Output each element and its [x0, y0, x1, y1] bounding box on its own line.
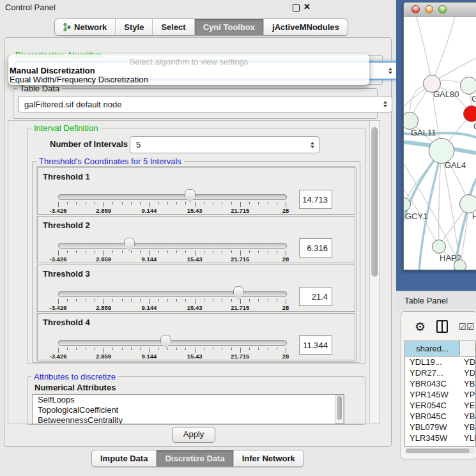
attributes-scrollbar[interactable] — [335, 395, 344, 424]
tick-mark — [158, 299, 159, 302]
table-row[interactable]: YER054CYER0 — [405, 400, 476, 411]
algorithm-dropdown-popup: Select algorithm to view settings Manual… — [8, 54, 369, 85]
zoom-traffic-light-icon[interactable] — [438, 5, 447, 13]
column-header-shared[interactable]: shared... — [405, 341, 460, 357]
slider-thumb[interactable] — [160, 335, 171, 348]
table-hscrollbar-thumb[interactable] — [406, 449, 470, 453]
tab-discretize-data[interactable]: Discretize Data — [156, 450, 233, 466]
table-data-selected-value: galFiltered.sif default node — [24, 100, 121, 109]
num-intervals-value: 5 — [136, 140, 141, 150]
attribute-item-selfloops[interactable]: SelfLoops — [33, 395, 344, 405]
slider-thumb[interactable] — [185, 189, 196, 203]
network-node-gal4[interactable] — [429, 138, 454, 164]
popup-option-manual-discretization[interactable]: Manual Discretization — [10, 66, 95, 75]
tick-mark — [176, 299, 177, 302]
tick-mark — [185, 202, 186, 204]
slider-track[interactable] — [58, 243, 287, 249]
threshold-value-field[interactable]: 11.344 — [299, 335, 332, 355]
tab-impute-data[interactable]: Impute Data — [92, 450, 156, 466]
tick-label: -3.426 — [40, 304, 76, 311]
cell-shared-name: YDR27... — [410, 367, 458, 378]
network-node[interactable] — [454, 259, 466, 270]
network-node-ga[interactable] — [460, 77, 476, 95]
table-row[interactable]: YBR045CYBR0 — [405, 411, 476, 422]
settings-scrollbar-thumb[interactable] — [371, 127, 378, 277]
apply-button[interactable]: Apply — [172, 427, 215, 443]
network-window-titlebar[interactable] — [404, 3, 476, 17]
minimize-traffic-light-icon[interactable] — [425, 5, 433, 13]
tick-mark — [258, 348, 259, 350]
tab-style[interactable]: Style — [115, 19, 152, 35]
tick-mark — [104, 250, 104, 256]
window-title: Control Panel — [5, 3, 56, 12]
bottom-tab-bar: Impute DataDiscretize DataInfer Network — [91, 450, 304, 467]
table-row[interactable]: YDR27...YDR2 — [405, 367, 476, 378]
network-canvas[interactable]: GAL80GACGAL11GAL4GCY1HHAP2 — [404, 17, 476, 270]
checkbox-icon[interactable]: ☑☑ — [459, 322, 475, 332]
columns-icon[interactable] — [436, 320, 448, 333]
threshold-value-field[interactable]: 14.713 — [299, 190, 332, 209]
numerical-attributes-label: Numerical Attributes — [35, 383, 116, 392]
close-icon[interactable]: ✕ — [303, 2, 311, 12]
attributes-scrollbar-thumb[interactable] — [337, 396, 342, 420]
table-row[interactable]: YDL19...YDL1 — [405, 357, 476, 367]
tick-label: 15.43 — [177, 304, 213, 311]
cell-name: YIL0 — [464, 443, 476, 447]
tick-mark — [131, 202, 132, 204]
network-node-hap2[interactable] — [432, 240, 446, 254]
tick-mark — [195, 348, 196, 353]
network-node-h[interactable] — [459, 194, 476, 213]
popup-placeholder-text: Select algorithm to view settings — [8, 57, 369, 66]
threshold-value-field[interactable]: 21.4 — [299, 287, 332, 306]
slider-track[interactable] — [58, 340, 287, 346]
table-data-combobox[interactable]: galFiltered.sif default node — [18, 96, 392, 112]
node-label-c: C — [473, 121, 476, 131]
popup-option-equal-width-frequency-discretization[interactable]: Equal Width/Frequency Discretization — [10, 75, 148, 84]
slider-thumb[interactable] — [124, 238, 135, 251]
tab-jactivemnodules[interactable]: jActiveMNodules — [263, 19, 348, 35]
tab-cyni-toolbox[interactable]: Cyni Toolbox — [194, 19, 263, 35]
tab-network[interactable]: Network — [55, 19, 115, 35]
tick-mark — [149, 250, 150, 256]
tab-label: Network — [74, 22, 107, 32]
tick-label: 28 — [268, 353, 303, 360]
tick-mark — [58, 348, 59, 353]
tick-mark — [104, 348, 104, 353]
cell-name: YPR1 — [464, 389, 476, 400]
tick-mark — [122, 348, 123, 350]
slider-track[interactable] — [58, 194, 287, 200]
settings-scrollbar[interactable] — [369, 121, 380, 422]
tick-mark — [277, 348, 277, 350]
cell-shared-name: YBR045C — [410, 411, 458, 422]
slider-track[interactable] — [58, 291, 287, 297]
float-window-icon[interactable] — [293, 4, 300, 12]
tick-mark — [185, 250, 186, 253]
tick-label: 21.715 — [222, 353, 258, 360]
tab-infer-network[interactable]: Infer Network — [233, 450, 303, 466]
table-row[interactable]: YBL079WYBL0 — [405, 422, 476, 433]
network-node-c[interactable] — [463, 105, 476, 122]
threshold-row-3: Threshold 3-3.4262.8599.14415.4321.71528… — [37, 265, 355, 312]
tick-label: 21.715 — [222, 207, 258, 214]
attribute-item-betweennesscentrality[interactable]: BetweennessCentrality — [33, 415, 344, 424]
tick-mark — [104, 202, 104, 207]
tick-mark — [185, 348, 186, 350]
num-intervals-label: Number of Intervals — [50, 139, 128, 149]
attribute-item-topologicalcoefficient[interactable]: TopologicalCoefficient — [33, 405, 344, 415]
tab-label: Discretize Data — [165, 454, 224, 463]
tick-mark — [76, 250, 77, 253]
table-row[interactable]: YLR345WYLR3 — [405, 433, 476, 443]
threshold-value-field[interactable]: 6.316 — [299, 238, 332, 257]
gear-icon[interactable]: ⚙ — [415, 321, 426, 333]
close-traffic-light-icon[interactable] — [411, 5, 420, 13]
table-row[interactable]: YPR145WYPR1 — [405, 389, 476, 400]
table-hscrollbar[interactable] — [405, 448, 475, 454]
slider-thumb[interactable] — [233, 286, 244, 300]
table-row[interactable]: YBR043CYBR0 — [405, 378, 476, 389]
num-intervals-combobox[interactable]: 5 — [130, 136, 319, 153]
column-header-name[interactable]: name — [461, 341, 476, 357]
table-row[interactable]: YIL052CYIL0 — [405, 443, 476, 447]
tick-mark — [176, 202, 177, 204]
tab-select[interactable]: Select — [152, 19, 194, 35]
tick-mark — [213, 250, 213, 253]
